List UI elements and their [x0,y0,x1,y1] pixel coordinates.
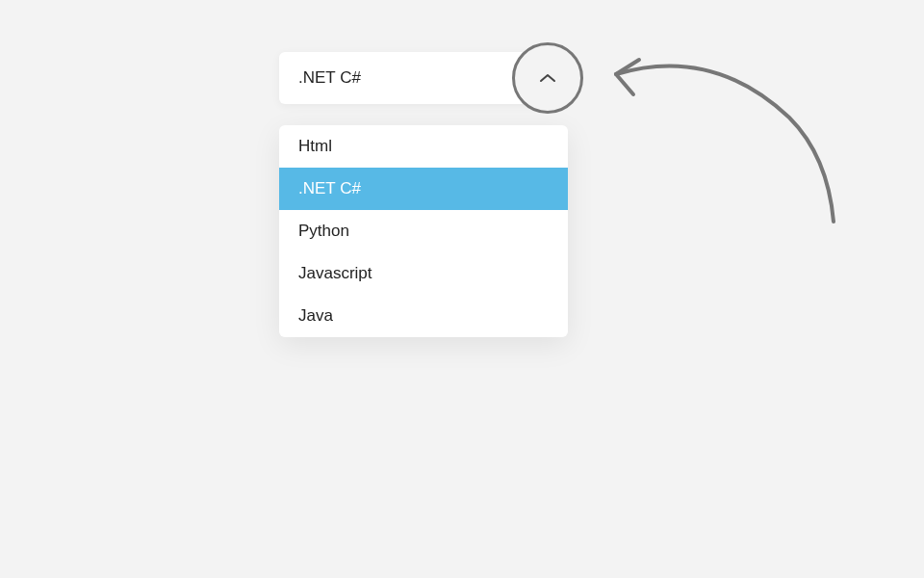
dropdown-option-python[interactable]: Python [279,210,568,252]
dropdown-option-label: Javascript [298,264,372,282]
dropdown-option-label: Python [298,222,349,240]
dropdown-toggle-button[interactable] [512,42,583,114]
dropdown-option-label: Html [298,137,332,155]
dropdown-option-netcsharp[interactable]: .NET C# [279,168,568,210]
dropdown-container: .NET C# Html .NET C# Python Javascript J… [279,52,568,337]
annotation-arrow-icon [597,50,847,233]
dropdown-option-label: Java [298,306,333,325]
dropdown-option-html[interactable]: Html [279,125,568,168]
dropdown-option-label: .NET C# [298,179,361,197]
dropdown-trigger[interactable]: .NET C# [279,52,568,104]
dropdown-options-list: Html .NET C# Python Javascript Java [279,125,568,337]
dropdown-option-java[interactable]: Java [279,295,568,337]
chevron-up-icon [539,69,556,87]
dropdown-selected-value: .NET C# [298,68,361,88]
dropdown-option-javascript[interactable]: Javascript [279,252,568,295]
